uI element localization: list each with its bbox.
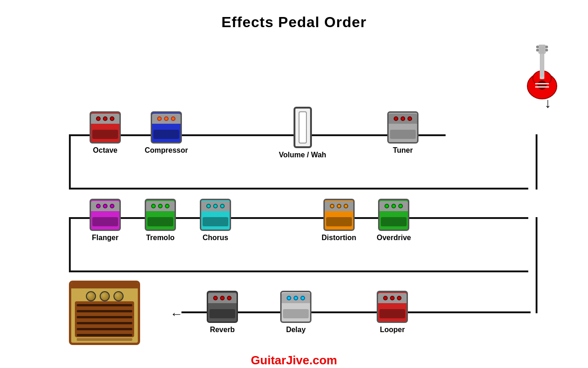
guitar-arrow: ↓ (544, 95, 551, 111)
svg-point-8 (545, 49, 548, 52)
pedal-looper: Looper (377, 291, 408, 334)
diagram-area: ↓ ← Octave (0, 35, 588, 368)
pedal-tremolo: Tremolo (145, 199, 176, 242)
pedal-flanger: Flanger (90, 199, 121, 242)
row2-bottom (69, 270, 528, 272)
row2-top (69, 217, 528, 219)
row1-right-vert (536, 134, 537, 190)
row3-right-vert (536, 270, 537, 313)
row2-right-vert (536, 217, 537, 272)
pedal-reverb: Reverb (207, 291, 238, 334)
pedal-compressor: Compressor (145, 111, 188, 155)
row1-bottom (69, 188, 528, 190)
svg-point-7 (545, 46, 548, 48)
pedal-tuner: Tuner (387, 111, 418, 155)
row2-left-vert (69, 217, 71, 272)
amp-knob (113, 291, 124, 301)
guitar-icon (519, 42, 565, 104)
pedal-chorus: Chorus (200, 199, 231, 242)
svg-point-2 (537, 80, 547, 90)
page-title: Effects Pedal Order (0, 0, 588, 31)
website-label: GuitarJive.com (251, 353, 337, 368)
pedal-volume-wah: Volume / Wah (279, 107, 326, 159)
pedal-overdrive: Overdrive (377, 199, 411, 242)
amp-knob (100, 291, 110, 301)
svg-point-5 (536, 46, 539, 48)
amp-knob (86, 291, 96, 301)
pedal-distortion: Distortion (322, 199, 356, 242)
amplifier (69, 281, 140, 345)
amp-arrow: ← (170, 307, 183, 322)
pedal-delay: Delay (280, 291, 311, 334)
row1-left-vert (69, 134, 71, 190)
pedal-octave: Octave (90, 111, 121, 155)
svg-point-6 (536, 49, 539, 52)
